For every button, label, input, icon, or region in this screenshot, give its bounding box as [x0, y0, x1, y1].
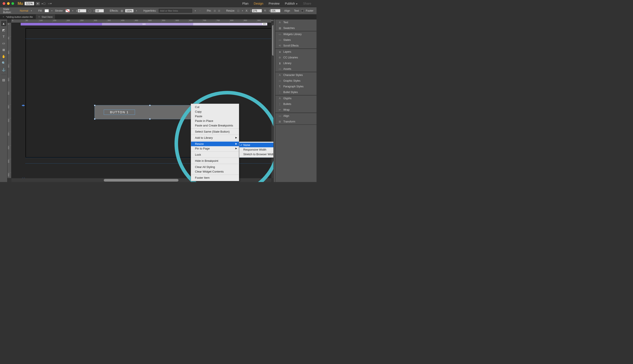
- nav-preview[interactable]: Preview: [269, 2, 280, 5]
- ctx-copy[interactable]: Copy: [191, 109, 239, 114]
- ctx-clear-all-styling[interactable]: Clear All Styling: [191, 165, 239, 169]
- frame-tool[interactable]: ⊠: [1, 48, 6, 52]
- panel-widgets-library[interactable]: ▭Widgets Library: [275, 32, 316, 37]
- stroke-width[interactable]: ▲▼0: [76, 9, 86, 12]
- panel-cc-libraries[interactable]: ⊚CC Libraries: [275, 55, 316, 60]
- ctx-paste[interactable]: Paste: [191, 114, 239, 118]
- resize-opt-none[interactable]: None✓: [239, 143, 275, 147]
- resize-opt-stretch-to-browser-width[interactable]: Stretch to Browser Width: [239, 152, 275, 156]
- nav-publish[interactable]: Publish ▼: [285, 2, 298, 5]
- ctx-pin-to-page[interactable]: Pin to Page▶: [191, 146, 239, 151]
- panel-bullets[interactable]: ⋮Bullets: [275, 101, 316, 107]
- panel-divider[interactable]: [273, 19, 275, 182]
- close-tab-icon[interactable]: ×: [38, 15, 40, 18]
- vertical-ruler: 050100150200250300350400450500550600: [8, 23, 12, 178]
- zoom-value[interactable]: 121%: [25, 2, 34, 5]
- resize-dropdown[interactable]: ▼: [242, 10, 243, 12]
- ctx-resize[interactable]: Resize▶: [191, 142, 239, 146]
- footer-checkbox[interactable]: [301, 10, 304, 12]
- ctx-clear-widget-contents[interactable]: Clear Widget Contents: [191, 169, 239, 174]
- effects-icon[interactable]: ▩: [121, 9, 123, 12]
- text-tool[interactable]: T: [1, 34, 6, 39]
- state-dropdown[interactable]: ▼: [31, 10, 32, 12]
- guide-marker: ◀▶: [22, 104, 25, 106]
- hyper-dropdown[interactable]: ▼: [194, 10, 196, 12]
- resize-icon[interactable]: ⊡: [237, 9, 239, 12]
- selection-tool[interactable]: ▲: [1, 21, 6, 26]
- breakpoint-badge[interactable]: 960: [262, 23, 267, 25]
- zoom-tool[interactable]: 🔍: [1, 60, 6, 66]
- panel-icon: ▭: [278, 114, 282, 118]
- panel-assets[interactable]: ▭Assets: [275, 66, 316, 72]
- align-panel-link[interactable]: Align: [284, 9, 290, 12]
- opacity-field[interactable]: 100%: [125, 9, 133, 12]
- stroke-dropdown[interactable]: ▼: [72, 10, 74, 12]
- x-field[interactable]: ▲▼275: [250, 9, 262, 12]
- tab-start-here[interactable]: ×Start Here: [36, 14, 55, 19]
- format-tool[interactable]: ▤: [1, 78, 6, 82]
- panel-layers[interactable]: ◈Layers: [275, 49, 316, 55]
- opacity-dropdown[interactable]: ▼: [136, 10, 137, 12]
- close-tab-icon[interactable]: ×: [3, 15, 4, 18]
- panel-transform[interactable]: ⊞Transform: [275, 119, 316, 124]
- ctx-cut[interactable]: Cut: [191, 105, 239, 109]
- breakpoint-bar[interactable]: 320 960: [21, 23, 267, 26]
- panel-icon: ▭: [278, 38, 282, 42]
- panel-label: Swatches: [283, 26, 295, 30]
- panel-label: Library: [283, 62, 291, 65]
- ctx-select-same-state-button-[interactable]: Select Same (State Button): [191, 129, 239, 134]
- anchor-tool[interactable]: ⚓: [1, 67, 6, 72]
- ctx-lock[interactable]: Lock: [191, 152, 239, 157]
- fill-swatch[interactable]: [45, 9, 49, 12]
- resize-opt-responsive-width[interactable]: Responsive Width: [239, 147, 275, 152]
- nav-design[interactable]: Design: [254, 2, 264, 5]
- crop-tool[interactable]: ◩: [1, 28, 6, 32]
- footer-label: Footer: [306, 9, 313, 12]
- corner-radius[interactable]: ▲▼10: [93, 9, 104, 12]
- text-panel-link[interactable]: Text: [294, 9, 299, 12]
- panel-wrap[interactable]: ↩Wrap: [275, 107, 316, 112]
- panel-swatches[interactable]: ▦Swatches: [275, 25, 316, 31]
- panel-graphic-styles[interactable]: ▭Graphic Styles: [275, 78, 316, 84]
- panel-label: Layers: [283, 50, 291, 53]
- rectangle-tool[interactable]: ▭: [1, 41, 6, 46]
- maximize-window[interactable]: [12, 2, 14, 5]
- pin-grid-2[interactable]: ⊞: [218, 9, 220, 12]
- fill-dropdown[interactable]: ▼: [51, 10, 53, 12]
- hyperlinks-label: Hyperlinks:: [143, 9, 156, 12]
- panel-library[interactable]: ▮Library: [275, 60, 316, 66]
- y-field[interactable]: ▲▼225: [269, 9, 280, 12]
- button-text-frame[interactable]: BUTTON 1: [104, 110, 135, 115]
- panel-glyphs[interactable]: AGlyphs: [275, 96, 316, 101]
- corner-icon[interactable]: ◯: [88, 9, 91, 12]
- state-button-value[interactable]: Normal: [20, 9, 28, 12]
- panel-label: CC Libraries: [283, 56, 298, 59]
- pin-grid-1[interactable]: ⊞: [214, 9, 216, 12]
- panel-paragraph-styles[interactable]: ¶Paragraph Styles: [275, 84, 316, 89]
- view-options-icon[interactable]: ▭▾: [48, 2, 52, 6]
- panel-label: Paragraph Styles: [283, 85, 304, 88]
- new-page-icon[interactable]: ▸▢: [42, 2, 46, 6]
- hyper-clear[interactable]: ×: [199, 9, 201, 12]
- panel-icon: ▭: [278, 79, 282, 82]
- close-window[interactable]: [3, 2, 5, 5]
- stroke-swatch[interactable]: [66, 9, 70, 12]
- panel-bullet-styles[interactable]: ⋮Bullet Styles: [275, 89, 316, 95]
- ctx-paste-in-place[interactable]: Paste in Place: [191, 118, 239, 123]
- zoom-dropdown[interactable]: ▼: [36, 2, 40, 5]
- ctx-hide-in-breakpoint[interactable]: Hide in Breakpoint: [191, 158, 239, 163]
- ctx-add-to-library[interactable]: Add to Library▶: [191, 136, 239, 140]
- nav-share[interactable]: Share: [303, 2, 311, 5]
- minimize-window[interactable]: [7, 2, 10, 5]
- panel-text[interactable]: AText: [275, 20, 316, 25]
- nav-plan[interactable]: Plan: [242, 2, 248, 5]
- panel-states[interactable]: ▭States: [275, 37, 316, 43]
- ctx-paste-and-create-breakpoints[interactable]: Paste and Create Breakpoints: [191, 123, 239, 128]
- panel-character-styles[interactable]: ACharacter Styles: [275, 72, 316, 78]
- ctx-footer-item[interactable]: Footer Item: [191, 176, 239, 180]
- panel-scroll-effects[interactable]: ⟲Scroll Effects: [275, 43, 316, 48]
- panel-align[interactable]: ▭Align: [275, 113, 316, 119]
- tab-starter-file[interactable]: ×*sliding-button-starter-file: [0, 14, 36, 19]
- hyperlinks-field[interactable]: Add or filter links: [159, 9, 192, 13]
- hand-tool[interactable]: ✋: [1, 54, 6, 59]
